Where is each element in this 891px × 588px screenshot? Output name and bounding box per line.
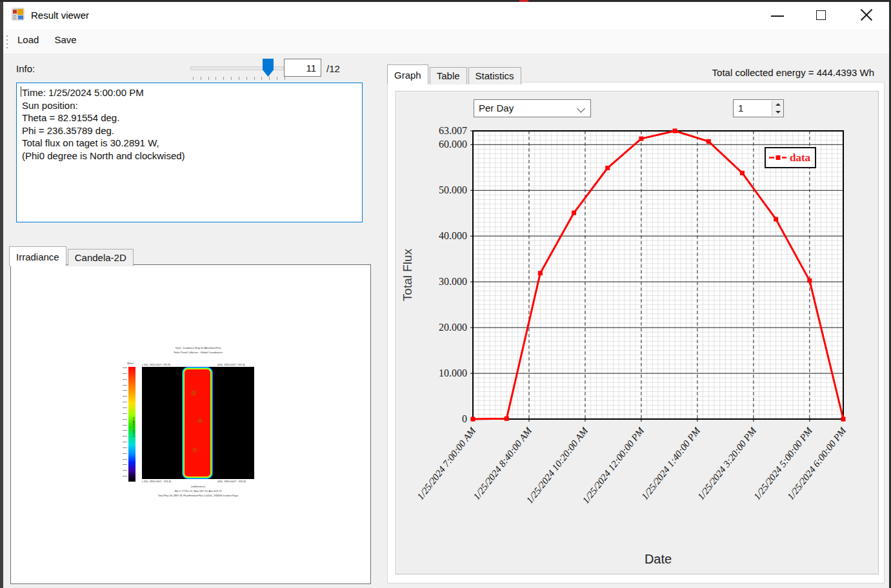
colorbar-tick <box>123 442 127 442</box>
tab-graph[interactable]: Graph <box>387 64 428 84</box>
info-textbox[interactable]: Time: 1/25/2024 5:00:00 PMSun position:T… <box>16 83 363 222</box>
slider-tick <box>215 77 216 80</box>
day-number-stepper[interactable]: 1 <box>733 99 784 117</box>
time-slider-thumb[interactable] <box>263 59 274 77</box>
time-slider-ticks <box>193 77 285 81</box>
svg-text:1/25/2024 7:00:00 AM: 1/25/2024 7:00:00 AM <box>415 425 478 502</box>
colorbar-tick <box>123 459 127 460</box>
slider-tick <box>285 77 285 80</box>
slider-tick <box>261 77 262 80</box>
info-text-line: Theta = 82.91554 deg. <box>22 112 357 124</box>
chevron-down-icon <box>577 104 585 113</box>
colorbar-tick <box>123 470 127 471</box>
irr-footer-flux: Total Flux 30.2891 W, Flux/Emitted Flux … <box>101 494 295 498</box>
colorbar-title: W/m² <box>127 362 134 366</box>
left-tab-row: IrradianceCandela-2D <box>9 246 135 266</box>
flux-chart: 010.00020.00030.00040.00050.00060.00063.… <box>396 92 879 575</box>
tab-statistics[interactable]: Statistics <box>468 67 521 84</box>
colorbar-tick <box>123 390 127 391</box>
colorbar-tick <box>123 385 127 386</box>
corner-label-br: (450, 1850.0007, -931.8) <box>217 480 246 484</box>
chart-groupbox: 010.00020.00030.00040.00050.00060.00063.… <box>395 91 879 574</box>
graph-tab-page: 010.00020.00030.00040.00050.00060.00063.… <box>387 82 885 583</box>
slider-tick <box>231 77 232 80</box>
info-text-line: Total flux on taget is 30.2891 W, <box>22 137 357 150</box>
stepper-down-button[interactable] <box>772 108 783 116</box>
app-window: Result viewer LoadSave Info: 11 /12 Time… <box>3 2 889 588</box>
maximize-icon[interactable] <box>816 10 826 20</box>
tab-table[interactable]: Table <box>430 67 467 84</box>
colorbar-tick <box>123 453 127 454</box>
app-icon <box>12 8 25 21</box>
slider-tick <box>269 77 270 80</box>
chart-legend: data <box>765 148 816 168</box>
svg-text:50.000: 50.000 <box>439 184 467 195</box>
info-text-line: Phi = 236.35789 deg. <box>22 124 357 137</box>
info-text-line: Sun position: <box>22 99 357 112</box>
time-index-input[interactable]: 11 <box>284 59 321 77</box>
window-title: Result viewer <box>31 10 89 21</box>
svg-text:63.007: 63.007 <box>439 125 467 136</box>
svg-text:Date: Date <box>645 552 672 566</box>
info-text-line: Time: 1/25/2024 5:00:00 PM <box>22 86 357 99</box>
colorbar-tick <box>123 368 127 368</box>
colorbar-tick <box>123 430 127 431</box>
svg-text:20.000: 20.000 <box>439 322 467 333</box>
stepper-up-button[interactable] <box>772 101 783 108</box>
minimize-icon[interactable] <box>771 15 784 17</box>
right-tab-row: GraphTableStatistics <box>387 64 523 84</box>
svg-text:data: data <box>790 152 811 164</box>
irradiance-tab-page: Total - Irradiance Map for Absorbed Flux… <box>10 264 371 584</box>
tab-irradiance[interactable]: Irradiance <box>9 246 66 266</box>
slider-tick <box>254 77 255 80</box>
menu-item-load[interactable]: Load <box>10 29 46 50</box>
stepper-buttons <box>772 101 783 116</box>
tab-candela-2d[interactable]: Candela-2D <box>68 249 134 266</box>
irradiance-plot-area <box>142 367 254 479</box>
corner-label-tl: (-450, 1850.0007, 931.8) <box>142 363 170 367</box>
corner-label-bl: (-450, 1850.0007, -931.8) <box>142 480 171 484</box>
svg-text:Total Flux: Total Flux <box>401 248 414 301</box>
toolstrip-grip-icon <box>6 35 8 37</box>
menu-item-save[interactable]: Save <box>46 29 84 50</box>
toolstrip-grip-icon <box>6 47 8 48</box>
colorbar-tick <box>123 425 127 426</box>
colorbar-tick <box>123 464 127 465</box>
total-energy-label: Total collected energy = 444.4393 Wh <box>616 67 874 78</box>
irr-footer-units: (millimeters) <box>101 485 295 489</box>
svg-text:1/25/2024 3:20:00 PM: 1/25/2024 3:20:00 PM <box>696 425 759 502</box>
svg-text:1/25/2024 6:00:00 PM: 1/25/2024 6:00:00 PM <box>785 425 848 502</box>
irr-title-line2: Solar Panel Collector - Global Coordinat… <box>101 351 295 355</box>
info-label: Info: <box>16 63 35 74</box>
colorbar-tick <box>123 373 127 374</box>
svg-text:1/25/2024 1:40:00 PM: 1/25/2024 1:40:00 PM <box>639 425 703 502</box>
svg-text:10.000: 10.000 <box>439 368 467 378</box>
text-cursor <box>21 86 21 97</box>
slider-tick <box>239 77 239 80</box>
colorbar-side-label: Irradiance (W/m²) <box>132 417 135 437</box>
slider-tick <box>223 77 224 80</box>
colorbar-tick <box>123 447 127 448</box>
info-text-line: (Phi0 degree is North and clockwised) <box>22 150 357 162</box>
slider-tick <box>277 77 277 80</box>
title-bar: Result viewer <box>3 2 889 29</box>
irradiance-map-image: Total - Irradiance Map for Absorbed Flux… <box>95 341 292 512</box>
colorbar-tick <box>123 407 127 408</box>
irr-title-line1: Total - Irradiance Map for Absorbed Flux <box>101 346 295 350</box>
corner-label-tr: (450, 1850.0007, 931.8) <box>217 363 245 367</box>
period-select[interactable]: Per Day <box>474 99 591 117</box>
svg-text:40.000: 40.000 <box>439 230 467 241</box>
slider-tick <box>201 77 201 80</box>
toolstrip-grip-icon <box>6 43 8 44</box>
svg-text:1/25/2024 8:40:00 AM: 1/25/2024 8:40:00 AM <box>471 425 534 502</box>
svg-text:0: 0 <box>462 413 467 424</box>
colorbar-tick <box>123 396 127 397</box>
slider-tick <box>193 77 194 80</box>
time-index-max-label: /12 <box>326 63 340 74</box>
day-number-value: 1 <box>738 103 743 113</box>
colorbar-tick <box>123 436 127 436</box>
arrow-down-icon <box>776 111 781 113</box>
svg-text:30.000: 30.000 <box>439 276 467 287</box>
colorbar-tick <box>123 419 127 420</box>
svg-text:1/25/2024 5:00:00 PM: 1/25/2024 5:00:00 PM <box>752 425 815 502</box>
